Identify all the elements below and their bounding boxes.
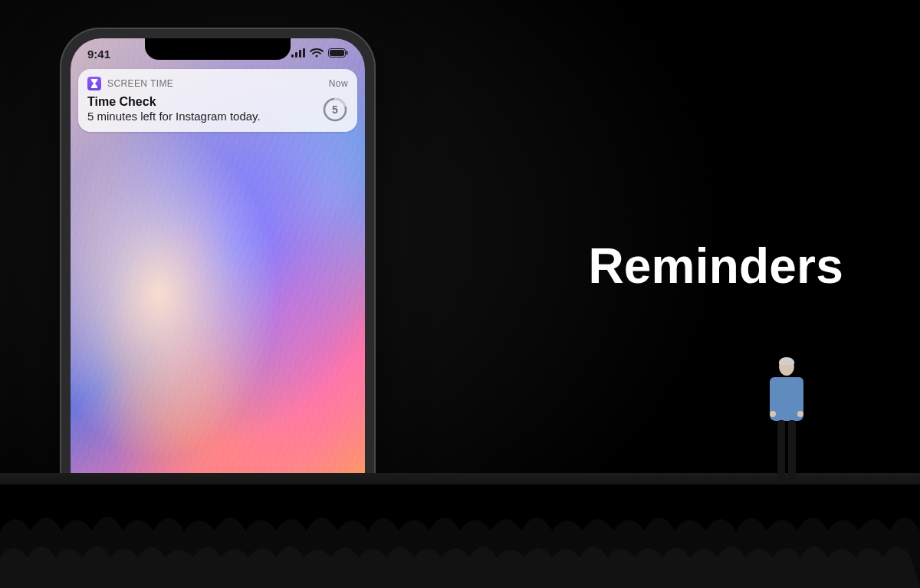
svg-rect-15 (797, 380, 803, 412)
wifi-icon (310, 47, 324, 61)
notification-app-name: SCREEN TIME (107, 78, 173, 89)
iphone-screen: 9:41 SCREEN TIME Now (71, 38, 365, 503)
svg-rect-1 (295, 52, 297, 57)
notification-title: Time Check (87, 95, 348, 109)
status-time: 9:41 (87, 48, 110, 61)
svg-rect-7 (347, 51, 348, 55)
svg-rect-11 (788, 420, 796, 486)
svg-rect-2 (299, 50, 301, 57)
battery-icon (328, 47, 348, 61)
cell-signal-icon (291, 47, 305, 61)
notification-card[interactable]: SCREEN TIME Now Time Check 5 minutes lef… (78, 69, 357, 132)
svg-rect-10 (777, 420, 785, 486)
svg-point-17 (797, 411, 803, 417)
presenter (759, 354, 813, 500)
svg-rect-14 (770, 380, 776, 412)
slide-headline: Reminders (588, 238, 843, 294)
hourglass-icon (87, 77, 101, 90)
notification-body: 5 minutes left for Instagram today. (87, 110, 348, 123)
svg-rect-0 (291, 54, 294, 57)
svg-point-4 (315, 54, 317, 57)
countdown-ring-icon: 5 (322, 97, 348, 123)
notification-timestamp: Now (329, 78, 348, 89)
countdown-minutes: 5 (332, 103, 338, 116)
svg-rect-3 (303, 48, 305, 57)
svg-point-16 (770, 411, 776, 417)
svg-rect-6 (330, 50, 344, 56)
iphone-mockup: 9:41 SCREEN TIME Now (61, 29, 374, 512)
audience (0, 485, 920, 588)
iphone-notch (145, 38, 291, 60)
